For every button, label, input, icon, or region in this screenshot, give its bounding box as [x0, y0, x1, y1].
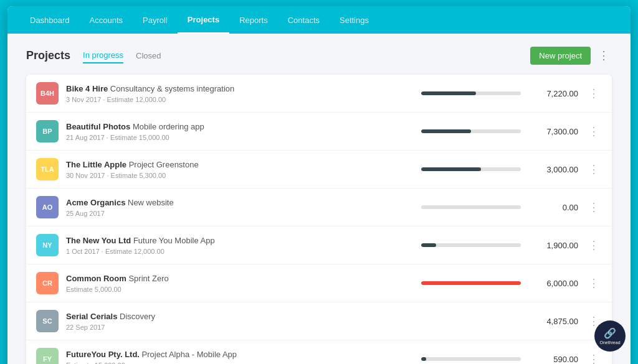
row-more-icon[interactable]: ⋮ [586, 238, 602, 252]
header-more-icon[interactable]: ⋮ [596, 46, 612, 65]
project-meta: Estimate 15,000.00 [66, 362, 414, 364]
progress-bar-track [421, 357, 521, 361]
project-info: Common Room Sprint ZeroEstimate 5,000.00 [66, 273, 414, 293]
project-name-line: Bike 4 Hire Consultancy & systems integr… [66, 83, 414, 95]
nav-settings[interactable]: Settings [330, 6, 379, 34]
project-avatar: AO [36, 196, 59, 218]
progress-bar-fill [421, 357, 426, 361]
project-name: Beautiful Photos [66, 122, 130, 131]
project-row: FYFutureYou Pty. Ltd. Project Alpha - Mo… [26, 340, 612, 364]
progress-bar-track [421, 167, 521, 171]
project-amount: 7,220.00 [528, 89, 578, 98]
project-meta: 25 Aug 2017 [66, 210, 414, 217]
project-subtitle: Project Alpha - Mobile App [142, 350, 237, 359]
project-avatar: B4H [36, 82, 59, 105]
project-subtitle: Consultancy & systems integration [110, 84, 234, 93]
project-meta: Estimate 5,000.00 [66, 286, 414, 293]
project-row: SCSerial Cerials Discovery22 Sep 20174,8… [26, 302, 612, 340]
progress-section [421, 281, 521, 285]
row-more-icon[interactable]: ⋮ [586, 86, 602, 100]
project-subtitle: Sprint Zero [128, 274, 168, 283]
progress-section [421, 357, 521, 361]
row-more-icon[interactable]: ⋮ [586, 124, 602, 138]
project-row: CRCommon Room Sprint ZeroEstimate 5,000.… [26, 264, 612, 302]
project-avatar: FY [36, 348, 59, 364]
onethread-badge[interactable]: 🔗 Onethread [594, 320, 626, 352]
project-amount: 1,900.00 [528, 241, 578, 250]
new-project-button[interactable]: New project [530, 47, 591, 65]
project-amount: 4,875.00 [528, 317, 578, 326]
project-avatar: BP [36, 120, 59, 142]
nav-contacts[interactable]: Contacts [278, 6, 330, 34]
app-container: Dashboard Accounts Payroll Projects Repo… [7, 6, 631, 364]
progress-bar-track [421, 205, 521, 209]
project-name: The New You Ltd [66, 236, 131, 245]
page-content: Projects In progress Closed New project … [7, 34, 631, 364]
tab-in-progress[interactable]: In progress [83, 48, 123, 63]
onethread-label: Onethread [599, 340, 620, 345]
project-avatar: NY [36, 234, 59, 256]
project-amount: 590.00 [528, 355, 578, 364]
project-name: Bike 4 Hire [66, 84, 108, 93]
row-more-icon[interactable]: ⋮ [586, 200, 602, 214]
project-subtitle: Future You Mobile App [133, 236, 215, 245]
top-nav: Dashboard Accounts Payroll Projects Repo… [7, 6, 631, 34]
progress-bar-track [421, 243, 521, 247]
progress-section [421, 129, 521, 133]
project-name-line: Common Room Sprint Zero [66, 273, 414, 284]
project-subtitle: New website [128, 198, 174, 207]
project-meta: 3 Nov 2017 · Estimate 12,000.00 [66, 96, 414, 103]
project-meta: 22 Sep 2017 [66, 324, 414, 331]
project-row: B4HBike 4 Hire Consultancy & systems int… [26, 75, 612, 113]
project-amount: 3,000.00 [528, 165, 578, 174]
progress-bar-track [421, 91, 521, 95]
progress-bar-fill [421, 91, 476, 95]
project-name: Serial Cerials [66, 312, 117, 321]
nav-dashboard[interactable]: Dashboard [20, 6, 80, 34]
project-name-line: The New You Ltd Future You Mobile App [66, 235, 414, 246]
project-subtitle: Discovery [120, 312, 155, 321]
row-more-icon[interactable]: ⋮ [586, 352, 602, 364]
project-info: The New You Ltd Future You Mobile App1 O… [66, 235, 414, 255]
progress-bar-fill [421, 129, 471, 133]
project-row: TLAThe Little Apple Project Greenstone30… [26, 151, 612, 189]
nav-accounts[interactable]: Accounts [80, 6, 133, 34]
progress-section [421, 91, 521, 95]
project-meta: 1 Oct 2017 · Estimate 12,000.00 [66, 248, 414, 255]
project-avatar: SC [36, 310, 59, 332]
project-name-line: Serial Cerials Discovery [66, 311, 414, 322]
progress-section [421, 205, 521, 209]
progress-bar-fill [421, 167, 481, 171]
nav-reports[interactable]: Reports [229, 6, 278, 34]
progress-bar-track [421, 129, 521, 133]
project-name: The Little Apple [66, 160, 126, 169]
project-info: The Little Apple Project Greenstone30 No… [66, 159, 414, 179]
row-more-icon[interactable]: ⋮ [586, 162, 602, 176]
project-row: BPBeautiful Photos Mobile ordering app21… [26, 113, 612, 151]
nav-payroll[interactable]: Payroll [133, 6, 178, 34]
project-meta: 21 Aug 2017 · Estimate 15,000.00 [66, 134, 414, 141]
project-name-line: The Little Apple Project Greenstone [66, 159, 414, 170]
tab-bar: In progress Closed [83, 48, 530, 63]
tab-closed[interactable]: Closed [136, 49, 161, 63]
project-info: Bike 4 Hire Consultancy & systems integr… [66, 83, 414, 103]
onethread-icon: 🔗 [604, 327, 616, 339]
page-header: Projects In progress Closed New project … [26, 46, 612, 65]
progress-bar-fill [421, 243, 436, 247]
project-name: FutureYou Pty. Ltd. [66, 350, 140, 359]
projects-list: B4HBike 4 Hire Consultancy & systems int… [26, 75, 612, 364]
project-name-line: Acme Organics New website [66, 197, 414, 208]
project-avatar: CR [36, 272, 59, 294]
row-more-icon[interactable]: ⋮ [586, 276, 602, 290]
page-title: Projects [26, 49, 70, 62]
project-name-line: FutureYou Pty. Ltd. Project Alpha - Mobi… [66, 349, 414, 360]
progress-section [421, 167, 521, 171]
project-row: AOAcme Organics New website25 Aug 20170.… [26, 189, 612, 226]
project-subtitle: Mobile ordering app [133, 122, 204, 131]
project-info: Beautiful Photos Mobile ordering app21 A… [66, 121, 414, 141]
project-amount: 7,300.00 [528, 127, 578, 136]
nav-projects[interactable]: Projects [178, 6, 229, 34]
project-name: Acme Organics [66, 198, 125, 207]
project-avatar: TLA [36, 158, 59, 180]
project-amount: 6,000.00 [528, 279, 578, 288]
